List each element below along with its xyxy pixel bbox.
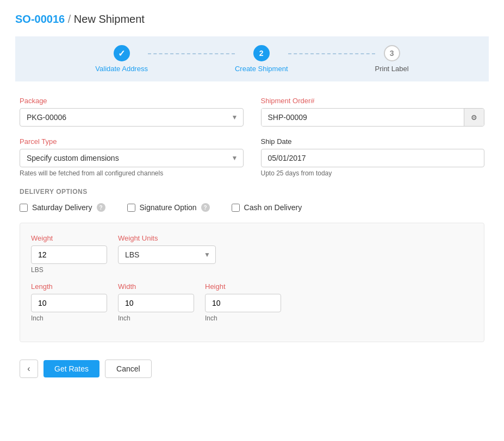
step-circle-print: 3: [384, 45, 400, 61]
weight-units-label: Weight Units: [118, 234, 216, 242]
cash-on-delivery-option: Cash on Delivery: [232, 203, 302, 212]
width-label: Width: [118, 282, 194, 291]
step-label-create[interactable]: Create Shipment: [235, 65, 288, 73]
signature-option: Signature Option ?: [127, 203, 210, 212]
weight-units-select-wrapper: LBS KG OZ ▼: [118, 245, 216, 264]
form-row-2: Parcel Type Specify custom dimensions St…: [20, 137, 484, 177]
connector-1: [148, 53, 235, 54]
package-select-wrapper: PKG-00006 PKG-00007 PKG-00008 ▼: [20, 108, 244, 127]
step-create-shipment: 2 Create Shipment: [235, 45, 288, 73]
footer-buttons: ‹ Get Rates Cancel: [20, 355, 484, 378]
step-print-label: 3 Print Label: [375, 45, 409, 73]
parcel-type-select[interactable]: Specify custom dimensions Standard Box E…: [20, 149, 244, 167]
weight-input[interactable]: [31, 245, 107, 264]
step-number-print: 3: [390, 49, 394, 58]
width-group: Width Inch: [118, 282, 194, 322]
back-button[interactable]: ‹: [20, 360, 38, 378]
height-group: Height Inch: [205, 282, 281, 322]
checkmark-icon: ✓: [118, 48, 125, 59]
step-label-print[interactable]: Print Label: [375, 65, 409, 73]
shipment-order-label: Shipment Order#: [261, 97, 485, 105]
title-separator: /: [65, 13, 74, 25]
signature-option-label[interactable]: Signature Option: [140, 203, 197, 212]
weight-units-select[interactable]: LBS KG OZ: [118, 245, 216, 264]
ship-date-hint: Upto 25 days from today: [261, 169, 485, 177]
dimensions-row: Length Inch Width Inch Height Inch: [31, 282, 473, 322]
parcel-hint: Rates will be fetched from all configure…: [20, 169, 244, 177]
length-unit: Inch: [31, 314, 107, 322]
delivery-options-section: DELIVERY OPTIONS Saturday Delivery ? Sig…: [20, 188, 484, 212]
page-wrapper: SO-00016 / New Shipment ✓ Validate Addre…: [0, 0, 504, 441]
page-title: SO-00016 / New Shipment: [15, 13, 489, 26]
height-input[interactable]: [205, 294, 281, 312]
stepper: ✓ Validate Address 2 Create Shipment 3 P…: [15, 36, 489, 81]
shipment-order-input-wrapper: ⚙: [261, 108, 485, 127]
length-input[interactable]: [31, 294, 107, 312]
cancel-button[interactable]: Cancel: [105, 360, 152, 378]
weight-label: Weight: [31, 234, 107, 242]
form-section: Package PKG-00006 PKG-00007 PKG-00008 ▼ …: [15, 97, 489, 378]
parcel-type-group: Parcel Type Specify custom dimensions St…: [20, 137, 244, 177]
saturday-delivery-label[interactable]: Saturday Delivery: [32, 203, 92, 212]
cash-on-delivery-checkbox[interactable]: [232, 204, 240, 212]
signature-option-checkbox[interactable]: [127, 204, 135, 212]
ship-date-group: Ship Date Upto 25 days from today: [261, 137, 485, 177]
saturday-delivery-checkbox[interactable]: [20, 204, 28, 212]
width-unit: Inch: [118, 314, 194, 322]
parcel-type-label: Parcel Type: [20, 137, 244, 146]
step-label-validate[interactable]: Validate Address: [95, 65, 148, 73]
package-select[interactable]: PKG-00006 PKG-00007 PKG-00008: [20, 108, 244, 127]
connector-2: [288, 53, 375, 54]
delivery-options-row: Saturday Delivery ? Signature Option ? C…: [20, 203, 484, 212]
gear-button[interactable]: ⚙: [464, 109, 484, 126]
saturday-delivery-option: Saturday Delivery ?: [20, 203, 105, 212]
height-label: Height: [205, 282, 281, 291]
weight-group: Weight LBS: [31, 234, 107, 274]
shipment-label: New Shipment: [74, 13, 145, 25]
get-rates-button[interactable]: Get Rates: [43, 360, 99, 377]
ship-date-input[interactable]: [261, 149, 485, 167]
saturday-help-icon[interactable]: ?: [97, 203, 105, 212]
package-label: Package: [20, 97, 244, 105]
weight-units-group: Weight Units LBS KG OZ ▼: [118, 234, 216, 264]
parcel-type-select-wrapper: Specify custom dimensions Standard Box E…: [20, 149, 244, 167]
step-circle-create: 2: [253, 45, 270, 61]
package-group: Package PKG-00006 PKG-00007 PKG-00008 ▼: [20, 97, 244, 127]
width-input[interactable]: [118, 294, 194, 312]
shipment-order-group: Shipment Order# ⚙: [261, 97, 485, 127]
height-unit: Inch: [205, 314, 281, 322]
so-link[interactable]: SO-00016: [15, 13, 65, 25]
shipment-order-input[interactable]: [262, 109, 464, 126]
weight-row: Weight LBS Weight Units LBS KG OZ ▼: [31, 234, 473, 274]
length-label: Length: [31, 282, 107, 291]
delivery-options-title: DELIVERY OPTIONS: [20, 188, 484, 196]
step-number-create: 2: [259, 49, 264, 58]
step-circle-validate: ✓: [114, 45, 130, 61]
step-validate-address: ✓ Validate Address: [95, 45, 148, 73]
length-group: Length Inch: [31, 282, 107, 322]
form-row-1: Package PKG-00006 PKG-00007 PKG-00008 ▼ …: [20, 97, 484, 127]
signature-help-icon[interactable]: ?: [201, 203, 210, 212]
dimensions-section: Weight LBS Weight Units LBS KG OZ ▼: [20, 223, 484, 342]
ship-date-label: Ship Date: [261, 137, 485, 146]
weight-unit-label: LBS: [31, 266, 107, 274]
cash-on-delivery-label[interactable]: Cash on Delivery: [244, 203, 302, 212]
